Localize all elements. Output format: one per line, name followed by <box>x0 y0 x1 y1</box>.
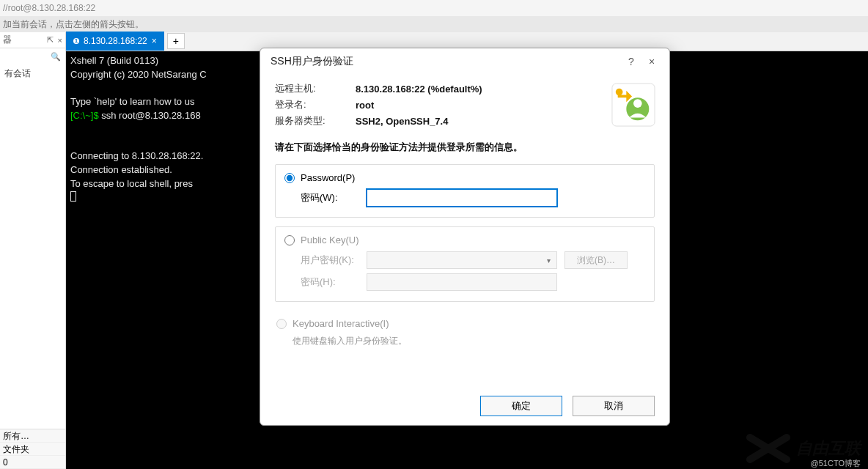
chevron-down-icon: ▾ <box>547 256 553 265</box>
tab-index-icon: 1 <box>73 38 79 44</box>
tab-close-icon[interactable]: × <box>152 36 157 46</box>
pin-icon[interactable]: ⇱ <box>47 35 54 45</box>
info-login: 登录名: root <box>275 98 655 111</box>
term-line: Type `help' to learn how to us <box>70 96 194 107</box>
dialog-titlebar: SSH用户身份验证 ? × <box>260 48 669 75</box>
radio-password[interactable]: Password(P) <box>284 172 645 183</box>
user-key-icon <box>611 82 656 128</box>
session-panel: 器 ⇱ × 🔍 有会话 所有… 文件夹 0 <box>0 32 66 469</box>
userkey-label: 用户密钥(K): <box>301 254 359 267</box>
info-type: 服务器类型: SSH2, OpenSSH_7.4 <box>275 114 655 128</box>
tab-label: 8.130.28.168:22 <box>84 36 147 46</box>
dialog-body: 远程主机: 8.130.28.168:22 (%default%) 登录名: r… <box>260 75 669 387</box>
panel-footer-all[interactable]: 所有… <box>0 429 65 443</box>
term-line: Xshell 7 (Build 0113) <box>70 55 158 66</box>
dialog-close-button[interactable]: × <box>641 56 662 67</box>
term-line: Copyright (c) 2020 NetSarang C <box>70 69 207 80</box>
tab-add-button[interactable]: + <box>167 33 185 49</box>
userkey-field-row: 用户密钥(K): ▾ 浏览(B)… <box>301 251 645 269</box>
auth-publickey-group: Public Key(U) 用户密钥(K): ▾ 浏览(B)… 密码(H): <box>275 226 655 302</box>
cancel-button[interactable]: 取消 <box>573 396 655 416</box>
term-line: Connection established. <box>70 164 172 175</box>
window-titlebar: //root@8.130.28.168:22 <box>0 0 868 16</box>
ki-hint: 使用键盘输入用户身份验证。 <box>293 335 646 347</box>
password-input[interactable] <box>367 189 557 207</box>
radio-ki-input[interactable] <box>276 319 287 329</box>
panel-label: 器 <box>3 34 43 46</box>
panel-footer-count: 0 <box>0 456 65 469</box>
radio-publickey[interactable]: Public Key(U) <box>284 234 645 245</box>
panel-toolbar: 器 ⇱ × <box>0 32 65 48</box>
pk-password-label: 密码(H): <box>301 276 359 289</box>
tab-active[interactable]: 1 8.130.28.168:22 × <box>66 32 164 51</box>
svg-point-3 <box>616 89 623 96</box>
cursor-icon <box>70 191 76 202</box>
info-login-value: root <box>356 100 374 111</box>
info-host: 远程主机: 8.130.28.168:22 (%default%) <box>275 82 655 95</box>
panel-footer-folder[interactable]: 文件夹 <box>0 443 65 456</box>
caption: @51CTO博客 <box>811 458 861 469</box>
panel-body: 有会话 <box>0 64 65 429</box>
auth-password-group: Password(P) 密码(W): <box>275 164 655 218</box>
term-line: Connecting to 8.130.28.168:22. <box>70 150 203 161</box>
info-host-label: 远程主机: <box>275 82 356 95</box>
dialog-title: SSH用户身份验证 <box>271 55 621 68</box>
ok-button[interactable]: 确定 <box>480 396 562 416</box>
password-field-row: 密码(W): <box>301 189 645 207</box>
dialog-footer: 确定 取消 <box>260 387 669 425</box>
term-line: To escape to local shell, pres <box>70 178 193 189</box>
radio-publickey-label: Public Key(U) <box>301 234 358 245</box>
dialog-help-button[interactable]: ? <box>621 56 641 67</box>
term-prompt: [C:\~]$ <box>70 110 101 121</box>
radio-ki[interactable]: Keyboard Interactive(I) <box>276 318 646 329</box>
info-login-label: 登录名: <box>275 98 356 111</box>
helper-bar: 加当前会话，点击左侧的箭头按钮。 <box>0 16 868 32</box>
watermark-text: 自由互联 <box>796 437 861 459</box>
term-cmd: ssh root@8.130.28.168 <box>101 110 200 121</box>
ssh-auth-dialog: SSH用户身份验证 ? × 远程主机: 8.130.28.168:22 (%de… <box>260 48 670 426</box>
radio-password-input[interactable] <box>284 173 295 183</box>
radio-ki-label: Keyboard Interactive(I) <box>293 318 389 329</box>
auth-ki-group: Keyboard Interactive(I) 使用键盘输入用户身份验证。 <box>275 311 655 358</box>
pk-password-field-row: 密码(H): <box>301 273 645 291</box>
search-icon[interactable]: 🔍 <box>51 52 61 62</box>
panel-search: 🔍 <box>0 48 65 64</box>
svg-point-2 <box>633 99 642 108</box>
panel-footer: 所有… 文件夹 0 <box>0 429 65 469</box>
watermark-x-icon <box>746 434 790 463</box>
radio-password-label: Password(P) <box>301 172 355 183</box>
info-type-label: 服务器类型: <box>275 114 356 128</box>
info-type-value: SSH2, OpenSSH_7.4 <box>356 116 448 127</box>
userkey-combo[interactable]: ▾ <box>367 251 557 269</box>
panel-close-icon[interactable]: × <box>58 36 62 45</box>
password-label: 密码(W): <box>301 191 359 204</box>
radio-publickey-input[interactable] <box>284 235 295 245</box>
info-host-value: 8.130.28.168:22 (%default%) <box>356 84 482 95</box>
pk-password-input[interactable] <box>367 273 557 291</box>
browse-button[interactable]: 浏览(B)… <box>564 251 628 269</box>
dialog-instruction: 请在下面选择恰当的身份验证方法并提供登录所需的信息。 <box>275 141 655 154</box>
